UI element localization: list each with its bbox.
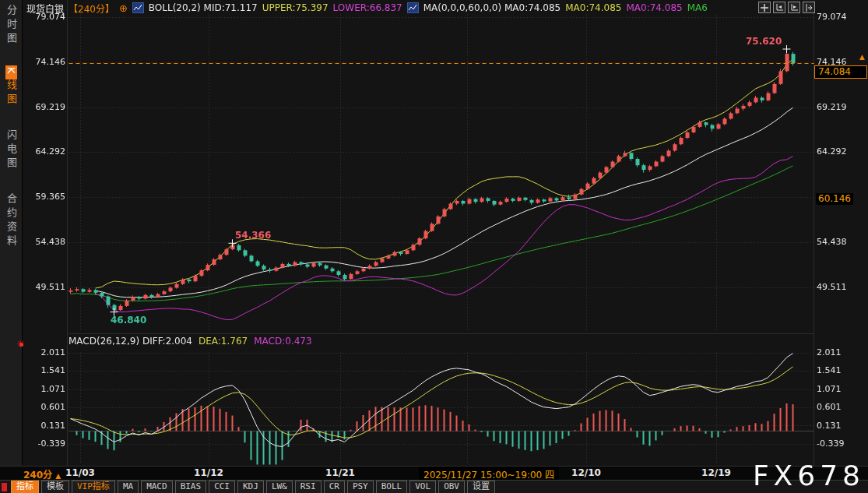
toolbar-tab-15[interactable]: OBV: [438, 481, 465, 493]
toolbar-tab-5[interactable]: MACD: [141, 481, 173, 493]
toolbar-tab-16[interactable]: 设置: [467, 481, 495, 493]
macd-hist-value: MACD:0.473: [254, 336, 311, 347]
symbol-name: 现货白银: [26, 2, 64, 15]
x-axis-date-label: 11/21: [325, 467, 355, 478]
macd-axis-label-right: 2.011: [817, 347, 842, 357]
shift-right-icon[interactable]: [803, 2, 815, 13]
axis-scale-right-icon[interactable]: [788, 2, 800, 13]
current-price-box: 74.084: [814, 65, 867, 79]
toolbar-tab-1[interactable]: 指标: [11, 481, 39, 493]
toolbar-tab-10[interactable]: RSI: [295, 481, 322, 493]
axis-scale-left-icon[interactable]: [773, 2, 785, 13]
chart-tool-icons: [758, 2, 815, 13]
toolbar-tab-4[interactable]: MA: [118, 481, 139, 493]
y-axis-label-right: 64.292: [817, 146, 847, 157]
toolbar-tab-7[interactable]: CCI: [209, 481, 235, 493]
brand-watermark: FX678: [753, 460, 865, 491]
sidebar-item-3[interactable]: 闪电图: [2, 129, 20, 171]
toolbar-tab-3[interactable]: VIP指标: [72, 481, 115, 493]
ma-values: MA(0,0,0,60,0,0) MA0:74.085: [423, 2, 561, 13]
boll-values: BOLL(20,2) MID:71.117: [149, 2, 258, 13]
toolbar-tab-6[interactable]: BIAS: [175, 481, 207, 493]
x-axis-date-label: 11/12: [194, 467, 223, 478]
indicator-toolbar: 指标模板VIP指标MAMACDBIASCCIKDJLW&RSICRPSYBOLL…: [0, 480, 868, 493]
macd-axis-label-right: 0.601: [817, 402, 842, 412]
price-annotation-high: 75.620: [746, 36, 782, 47]
chart-type-sidebar: 分时图K线图闪电图合约资料: [0, 0, 23, 466]
price-up-arrow-icon: ▲: [859, 53, 865, 61]
time-axis-strip: 240分 ▲ 2025/11/27 15:00~19:00 四 11/0311/…: [0, 466, 868, 480]
macd-axis-label-right: 0.131: [817, 421, 842, 431]
sidebar-item-2[interactable]: K线图: [2, 65, 20, 107]
macd-diff-value: MACD(26,12,9) DIFF:2.004: [69, 336, 192, 347]
toolbar-tab-2[interactable]: 模板: [41, 481, 69, 493]
macd-axis-label-right: 1.541: [817, 365, 842, 375]
candlestick-chart-canvas[interactable]: [0, 0, 868, 466]
timeframe-selector[interactable]: 240分 ▲: [23, 467, 61, 481]
ma-magenta-value: MA0:74.085: [626, 2, 682, 13]
toolbar-tab-11[interactable]: CR: [324, 481, 345, 493]
plus-circle-icon[interactable]: ⊕: [119, 2, 128, 14]
boll-upper-value: UPPER:75.397: [262, 2, 329, 13]
indicator-header: 现货白银 【240分】 ⊕ BOLL(20,2) MID:71.117 UPPE…: [26, 2, 708, 14]
y-axis-label-right: 79.074: [817, 12, 847, 22]
x-axis-date-label: 12/19: [701, 467, 731, 478]
toolbar-tab-8[interactable]: KDJ: [237, 481, 264, 493]
macd-header: MACD(26,12,9) DIFF:2.004 DEA:1.767 MACD:…: [69, 336, 312, 347]
price-annotation-low: 46.840: [111, 315, 146, 326]
period-badge[interactable]: 【240分】: [69, 2, 114, 15]
x-axis-date-label: 11/03: [65, 467, 95, 478]
crosshair-icon[interactable]: [758, 2, 771, 13]
ma-yellow-value: MA0:74.085: [565, 2, 621, 13]
macd-dea-value: DEA:1.767: [199, 336, 248, 347]
y-axis-label-right: 69.219: [817, 102, 847, 112]
toolbar-tab-12[interactable]: PSY: [347, 481, 374, 493]
red-flag-icon: [2, 483, 7, 491]
up-triangle-icon: ▲: [55, 472, 61, 480]
macd-axis-label-right: 1.071: [817, 384, 842, 394]
y-axis-label-right: 49.511: [817, 282, 847, 292]
boll-lower-value: LOWER:66.837: [333, 2, 402, 13]
right-axis-marker-label: 60.146: [816, 193, 853, 205]
trading-app-window: 分时图K线图闪电图合约资料 现货白银 【240分】 ⊕ BOLL(20,2) M…: [0, 0, 868, 493]
toolbar-tab-14[interactable]: VOL: [409, 481, 436, 493]
sidebar-item-4[interactable]: 合约资料: [2, 193, 20, 249]
macd-axis-label-right: -0.339: [817, 438, 844, 449]
price-annotation-swing-high: 54.366: [235, 230, 271, 241]
y-axis-label-right: 54.438: [817, 237, 847, 247]
ma-green-value: MA6: [687, 2, 708, 13]
indicator-chart-icon: [407, 2, 419, 13]
live-indicator-icon: ✳: [16, 340, 27, 350]
indicator-chart-icon: [132, 2, 144, 13]
sidebar-item-1[interactable]: 分时图: [2, 5, 20, 47]
x-axis-date-label: 12/10: [571, 467, 601, 478]
toolbar-tab-9[interactable]: LW&: [266, 481, 293, 493]
toolbar-tab-13[interactable]: BOLL: [376, 481, 408, 493]
